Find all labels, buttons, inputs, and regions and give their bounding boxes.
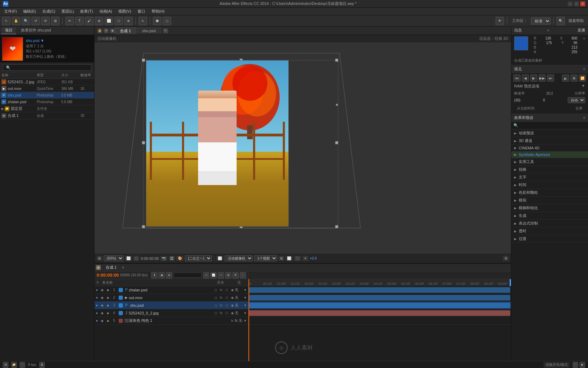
menu-layer[interactable]: 图层(L) xyxy=(59,8,77,15)
tool-text[interactable]: T xyxy=(75,17,84,25)
menu-window[interactable]: 窗口 xyxy=(135,8,148,15)
tl-graph-btn[interactable]: 📈 xyxy=(210,272,217,278)
tool-puppet[interactable]: ⊗ xyxy=(124,17,133,25)
tl-motion-btn[interactable]: 〜 xyxy=(218,272,224,278)
layer4-motion-blur[interactable]: ◻ xyxy=(213,311,218,315)
tool-shape[interactable]: ⬟ xyxy=(153,17,161,25)
effect-cat-cinema4d[interactable]: ▶ CINEMA 4D xyxy=(511,145,588,151)
tool-roto[interactable]: ⬡ xyxy=(114,17,123,25)
layer3-eye[interactable]: ● xyxy=(96,304,101,307)
tool-pen[interactable]: ✏ xyxy=(65,17,74,25)
timeline-layer-3[interactable]: ● ◉ ▶ 3 P shu.psd ◻ fx ⬡ ◉ 无 xyxy=(94,302,248,309)
video-toggle[interactable]: 🖥 xyxy=(570,75,578,82)
play-last-frame[interactable]: ⏭ xyxy=(547,75,554,82)
timeline-search-input[interactable] xyxy=(174,273,202,278)
layer4-dropdown[interactable]: ▼ xyxy=(244,311,247,315)
layer1-fx[interactable]: fx xyxy=(219,288,224,292)
tl-ctrl-1[interactable]: ⬇ xyxy=(151,272,158,278)
quality-select[interactable]: (二分之一) 全画质 xyxy=(185,255,212,261)
viewer-grid-btn[interactable]: ⊞ xyxy=(97,256,102,261)
effect-cat-distort[interactable]: ▶ 扭曲 xyxy=(511,166,588,174)
color-swatch[interactable] xyxy=(514,36,528,50)
timeline-current-time[interactable]: 0:00:00:00 xyxy=(97,273,119,278)
tl-quality-btn[interactable]: ⬛ xyxy=(240,272,246,278)
layer5-dropdown[interactable]: ▼ xyxy=(244,319,247,323)
layer4-3d[interactable]: ⬡ xyxy=(224,311,229,315)
layer3-3d[interactable]: ⬡ xyxy=(224,304,229,307)
snapshot-btn[interactable]: 📷 xyxy=(160,256,167,261)
layer2-quality[interactable]: ◉ xyxy=(230,296,235,299)
status-new-comp[interactable]: ⊞ xyxy=(3,362,8,368)
ram-menu-icon[interactable]: ▼ xyxy=(581,84,585,89)
file-item-mov[interactable]: ▶ out.mov QuickTime 386 MB 30 xyxy=(0,85,94,92)
layer2-dropdown[interactable]: ▼ xyxy=(244,296,247,299)
comp-tab-1[interactable]: 合成 1 xyxy=(115,27,136,34)
layer1-expand[interactable]: ▶ xyxy=(106,288,111,292)
aspect-ratio-btn[interactable]: ⬜ xyxy=(125,256,132,261)
layer5-expand[interactable]: ▶ xyxy=(106,319,111,323)
layer3-quality[interactable]: ◉ xyxy=(230,304,235,307)
tool-select[interactable]: ↖ xyxy=(2,17,10,25)
timeline-layer-1[interactable]: ● ◉ ▶ 1 P zhalan.psd ◻ fx ⬡ ◉ 无 xyxy=(94,286,248,294)
project-search-input[interactable] xyxy=(3,64,91,71)
timeline-layer-2[interactable]: ● ◉ ▶ 2 ▶ out.mov ◻ fx ⬡ ◉ 无 xyxy=(94,294,248,302)
effect-cat-animation[interactable]: ▶ 动画预设 xyxy=(511,129,588,137)
layer2-3d[interactable]: ⬡ xyxy=(224,296,229,299)
zoom-select[interactable]: (50%) 25% 100% xyxy=(104,255,124,261)
effect-cat-generate[interactable]: ▶ 生成 xyxy=(511,212,588,220)
effects-search-input[interactable] xyxy=(520,123,586,128)
layer1-audio[interactable]: ◉ xyxy=(101,288,106,292)
timeline-tab-comp1[interactable]: 合成 1 xyxy=(102,264,120,271)
tool-mask[interactable]: ◻ xyxy=(163,17,171,25)
layer3-dropdown[interactable]: ▼ xyxy=(244,304,247,307)
layer1-motion-blur[interactable]: ◻ xyxy=(213,288,218,292)
preview-header[interactable]: 视见 ≡ xyxy=(511,65,588,73)
layer3-color[interactable] xyxy=(119,303,123,307)
tool-brush[interactable]: 🖌 xyxy=(85,17,93,25)
layer4-audio[interactable]: ◉ xyxy=(101,311,106,315)
tool-hand[interactable]: ✋ xyxy=(12,17,20,25)
layer3-motion-blur[interactable]: ◻ xyxy=(213,304,218,307)
timeline-menu-icon[interactable]: ≡ xyxy=(122,266,124,269)
close-button[interactable]: ✕ xyxy=(580,1,585,6)
effect-cat-simulate[interactable]: ▶ 模拟 xyxy=(511,197,588,204)
effect-cat-perspective[interactable]: ▶ 透时 xyxy=(511,227,588,235)
comp-tab-shu[interactable]: shu.psd xyxy=(137,28,161,34)
timeline-layer-4[interactable]: ● ◉ ▶ 4 J 5252423_0_2.jpg ◻ fx ⬡ ◉ xyxy=(94,309,248,317)
views-select[interactable]: 1个视图 xyxy=(254,255,277,261)
workspace-select[interactable]: 标准 xyxy=(531,17,551,24)
resolution-select[interactable]: 自动 完整 一半 xyxy=(568,97,585,103)
layer4-quality[interactable]: ◉ xyxy=(230,311,235,315)
camera-select[interactable]: 活动摄像机 xyxy=(225,255,253,261)
viewer-toggle[interactable]: 👁 xyxy=(496,17,504,25)
file-item-zhalanpsd[interactable]: P zhalan.psd Photoshop 5.6 MB xyxy=(0,99,94,105)
maximize-button[interactable]: □ xyxy=(574,1,579,6)
switch-mode-btn[interactable]: 切换开关/模式 xyxy=(544,362,570,368)
viewer-settings-btn[interactable]: ⚙ xyxy=(503,256,509,261)
tl-ctrl-3[interactable]: ⊕ xyxy=(166,272,172,278)
play-first-frame[interactable]: ⏮ xyxy=(513,75,520,82)
effect-cat-utility[interactable]: ▶ 实用工具 xyxy=(511,158,588,166)
frame-btn[interactable]: ⬡ xyxy=(133,256,139,261)
status-go-to-end[interactable]: ▶ xyxy=(580,362,585,368)
menu-animate[interactable]: 动画(A) xyxy=(97,8,115,15)
minimize-button[interactable]: ─ xyxy=(568,1,573,6)
view-options-btn[interactable]: ⊞ xyxy=(279,256,284,261)
file-item-folder[interactable]: ▶ 📁 固定层 文件夹 xyxy=(0,105,94,112)
layer5-audio[interactable]: ◉ xyxy=(101,319,106,323)
menu-edit[interactable]: 编辑(E) xyxy=(20,8,39,15)
timeline-lock-icon[interactable]: 🔒 xyxy=(96,265,101,270)
layer5-eye[interactable]: ● xyxy=(96,319,101,323)
tab-effects-controls[interactable]: 效果控件 shu.psd xyxy=(18,27,55,34)
menu-view[interactable]: 视图(V) xyxy=(115,8,134,15)
loop-toggle[interactable]: 🔁 xyxy=(579,75,586,82)
layer1-dropdown[interactable]: ▼ xyxy=(244,288,247,292)
menu-effects[interactable]: 效果(T) xyxy=(77,8,96,15)
layer2-expand[interactable]: ▶ xyxy=(106,296,111,299)
comp-lock-icon[interactable]: 🔒 xyxy=(97,28,102,33)
layer2-motion-blur[interactable]: ◻ xyxy=(213,296,218,299)
play-next-frame[interactable]: ▶▶ xyxy=(539,75,546,82)
layer1-quality[interactable]: ◉ xyxy=(230,288,235,292)
display-color-btn[interactable]: 🎨 xyxy=(176,256,183,261)
effect-cat-transition[interactable]: ▶ 过渡 xyxy=(511,235,588,243)
